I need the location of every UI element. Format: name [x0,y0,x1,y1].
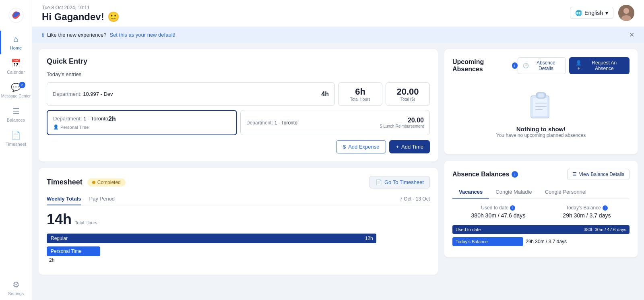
info-banner: ℹ Like the new experience? Set this as y… [32,27,644,43]
bar-personal: Personal Time 2h [47,246,430,263]
go-to-timesheet-button[interactable]: 📄 Go To Timesheet [369,176,430,188]
clipboard-illustration [525,88,557,122]
banner-text: Like the new experience? [47,32,106,38]
message-badge: 2 [19,82,25,88]
sidebar-item-timesheet[interactable]: 📄 Timesheet [0,126,32,151]
document-icon: 📄 [376,179,382,185]
settings-icon: ⚙ [12,280,20,290]
total-hours-value: 6h [355,87,365,97]
balance-grid: Used to date i 380h 30m / 47.6 days Toda… [452,205,630,219]
used-to-date-value: 380h 30m / 47.6 days [471,212,526,219]
header-greeting: Hi Gagandev! 🙂 [42,11,120,23]
entry-item-1[interactable]: Department: 10.997 - Dev 4h [47,82,335,106]
hours-bars: Regular 12h Personal Time 2h [47,234,430,263]
absence-empty-sub: You have no upcoming planned absences [496,132,586,138]
tab-weekly-totals[interactable]: Weekly Totals [47,192,81,205]
used-to-date-bar: Used to date 380h 30m / 47.6 days [452,225,630,234]
language-selector[interactable]: 🌐 English ▾ [570,7,613,19]
sidebar-item-messages[interactable]: 💬 Message Center 2 [0,79,32,102]
person-plus-icon: 👤+ [575,60,582,71]
today-info-icon: i [603,205,608,211]
entry-item-2[interactable]: Department: 1 - Toronto 2h 👤 Personal Ti… [47,110,237,135]
list-icon: ☰ [572,172,577,177]
used-info-icon: i [510,205,515,211]
total-hours-box: 6h Total Hours [338,82,382,106]
total-hours-display: 14h Total Hours [47,211,430,228]
total-amount-box: 20.00 Total ($) [386,82,430,106]
tab-pay-period[interactable]: Pay Period [89,192,115,205]
balances-title: Absence Balances i [452,171,518,178]
bar-regular: Regular 12h [47,234,430,243]
sidebar-item-settings[interactable]: ⚙ Settings [0,276,32,300]
sidebar-item-balances[interactable]: ☰ Balances [0,102,32,126]
balance-tabs: Vacances Congié Maladie Congié Personnel [452,186,630,199]
greeting-emoji: 🙂 [107,11,120,23]
sidebar-item-calendar[interactable]: 📅 Calendar [0,54,32,79]
absence-details-button[interactable]: 🕐 Absence Details [518,57,566,74]
timesheet-header: Timesheet Completed 📄 Go To Timesheet [47,176,430,188]
calendar-icon: 📅 [11,58,21,68]
dollar-circle-icon: $ [343,144,346,150]
banner-link[interactable]: Set this as your new default! [109,32,175,38]
status-dot [92,181,95,184]
quick-entry-card: Quick Entry Today's entries Department: … [39,49,438,161]
svg-point-4 [623,8,629,14]
absences-info-icon: i [512,62,518,69]
timesheet-icon: 📄 [11,130,21,140]
balance-tab-personnel[interactable]: Congié Personnel [539,186,593,198]
svg-rect-8 [538,93,544,97]
view-balance-details-button[interactable]: ☰ View Balance Details [567,169,630,180]
personal-time-icon: 👤 [53,124,59,130]
total-hours-number: 14h [47,211,72,228]
header-date: Tue 8 Oct 2024, 10:11 [42,5,120,10]
clock-icon: 🕐 [523,63,529,68]
sidebar-item-home[interactable]: ⌂ Home [0,31,32,54]
plus-icon: + [396,144,399,150]
used-to-date-col: Used to date i 380h 30m / 47.6 days [471,205,526,219]
today-balance-bar-row: Today's Balance 29h 30m / 3.7 days [452,237,630,246]
absence-balances-card: Absence Balances i ☰ View Balance Detail… [444,161,638,257]
sidebar-item-label: Timesheet [6,142,26,147]
absences-title: Upcoming Absences i [452,58,518,73]
language-label: English [584,10,603,16]
status-badge: Completed [87,178,126,186]
header-right: 🌐 English ▾ [570,5,634,21]
entry-row-1: Department: 10.997 - Dev 4h 6h Total Hou… [47,82,430,106]
sidebar-item-label: Message Center [1,94,31,98]
today-balance-value: 29h 30m / 3.7 days [563,212,611,219]
today-entries-label: Today's entries [47,71,430,77]
used-to-date-bar-row: Used to date 380h 30m / 47.6 days [452,225,630,234]
banner-close-button[interactable]: ✕ [629,31,634,39]
app-logo[interactable] [6,5,27,26]
add-expense-button[interactable]: $ Add Expense [336,140,386,153]
absence-empty-state: Nothing to show! You have no upcoming pl… [452,80,630,146]
timesheet-title: Timesheet [47,178,83,186]
personal-bar-fill: Personal Time [47,246,100,256]
timesheet-card: Timesheet Completed 📄 Go To Timesheet [39,168,438,275]
sidebar-item-label: Home [10,46,22,50]
total-amount-value: 20.00 [396,87,419,97]
balance-tab-maladie[interactable]: Congié Maladie [489,186,538,198]
body-area: Quick Entry Today's entries Department: … [32,43,644,300]
regular-bar-fill: Regular 12h [47,234,376,243]
entry-row-2: Department: 1 - Toronto 2h 👤 Personal Ti… [47,110,430,135]
today-balance-col: Today's Balance i 29h 30m / 3.7 days [563,205,611,219]
sidebar-item-label: Balances [7,118,25,122]
balances-icon: ☰ [12,106,20,116]
request-absence-button[interactable]: 👤+ Request An Absence [569,57,630,74]
right-column: Upcoming Absences i 🕐 Absence Details 👤+… [444,49,638,294]
dollar-icon: $ [380,124,382,128]
entry-dept-1: Department: 10.997 - Dev [53,91,113,97]
sidebar-item-label: Settings [8,291,24,296]
today-balance-bar: Today's Balance [452,237,523,246]
timesheet-tabs: Weekly Totals Pay Period 7 Oct - 13 Oct [47,192,430,205]
expense-item: Department: 1 - Toronto 20.00 $ Lunch Re… [240,110,430,135]
user-avatar[interactable] [618,5,634,21]
balance-tab-vacances[interactable]: Vacances [452,186,489,198]
sidebar: ⌂ Home 📅 Calendar 💬 Message Center 2 ☰ B… [0,0,32,300]
balances-info-icon: i [512,171,518,178]
absence-empty-title: Nothing to show! [516,126,566,132]
home-icon: ⌂ [13,35,18,44]
upcoming-absences-card: Upcoming Absences i 🕐 Absence Details 👤+… [444,49,638,154]
add-time-button[interactable]: + Add Time [389,140,430,153]
